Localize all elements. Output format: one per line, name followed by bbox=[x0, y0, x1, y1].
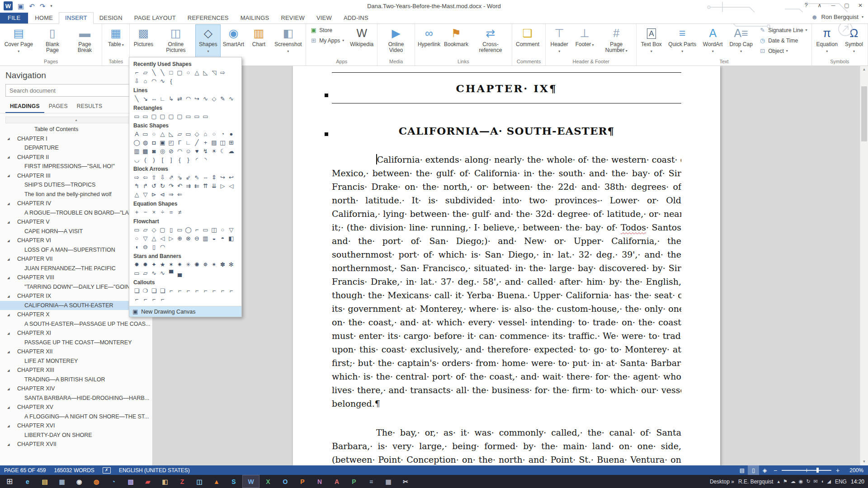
shape-cell[interactable]: ✴ bbox=[210, 260, 218, 269]
print-layout-icon[interactable]: ▯ bbox=[748, 465, 759, 475]
shape-cell[interactable]: ╲ bbox=[158, 68, 167, 77]
document-body[interactable]: California· extends· along· nearly· the·… bbox=[332, 153, 681, 465]
scroll-up-icon[interactable]: ▲ bbox=[860, 66, 868, 73]
show-hidden-icons[interactable]: ▴ bbox=[777, 479, 780, 484]
save-icon[interactable]: ▣ bbox=[18, 3, 24, 9]
store-button[interactable]: ▣Store bbox=[309, 26, 345, 34]
nav-item-santa-barbara-hide-droghing-harb[interactable]: SANTA BARBARA—HIDE-DROGHING—HARB... bbox=[0, 394, 152, 403]
shape-cell[interactable]: ★ bbox=[158, 260, 167, 269]
maximize-button[interactable]: ▢ bbox=[840, 0, 854, 11]
shape-cell[interactable]: ▽ bbox=[141, 190, 150, 199]
shape-cell[interactable]: ☀ bbox=[210, 147, 218, 155]
hyperlink-button[interactable]: ∞Hyperlink bbox=[416, 24, 442, 58]
shape-cell[interactable]: ) bbox=[150, 155, 158, 164]
shape-cell[interactable]: ✸ bbox=[132, 260, 141, 269]
shape-cell[interactable]: ⇉ bbox=[184, 182, 193, 190]
shape-cell[interactable]: Γ bbox=[175, 138, 184, 147]
signature-line-button[interactable]: ✎Signature Line▾ bbox=[758, 26, 808, 34]
shape-cell[interactable]: ◘ bbox=[150, 138, 158, 147]
shape-cell[interactable]: ✷ bbox=[175, 260, 184, 269]
shape-cell[interactable]: ∿ bbox=[150, 269, 158, 277]
shape-cell[interactable]: ⌐ bbox=[210, 286, 218, 295]
shape-cell[interactable]: ◓ bbox=[218, 234, 227, 243]
shape-cell[interactable]: ⌂ bbox=[141, 77, 150, 85]
wikipedia-button[interactable]: WWikipedia bbox=[347, 24, 376, 58]
photos-icon[interactable]: ▧ bbox=[122, 475, 139, 488]
file-explorer-icon[interactable]: ▤ bbox=[36, 475, 53, 488]
shape-cell[interactable]: ◰ bbox=[167, 138, 175, 147]
shape-cell[interactable]: ∿ bbox=[158, 269, 167, 277]
shape-cell[interactable]: ↳ bbox=[167, 94, 175, 103]
shape-cell[interactable]: ▽ bbox=[227, 225, 236, 234]
shape-cell[interactable]: ✻ bbox=[227, 260, 236, 269]
shape-cell[interactable]: ◝ bbox=[201, 155, 210, 164]
shape-cell[interactable]: ◠ bbox=[150, 77, 158, 85]
shape-cell[interactable]: ▭ bbox=[201, 112, 210, 121]
shape-cell[interactable]: ▭ bbox=[132, 112, 141, 121]
shape-cell[interactable]: ▩ bbox=[141, 147, 150, 155]
collapse-triangle-icon[interactable]: ◢ bbox=[7, 424, 9, 428]
shape-cell[interactable]: ○ bbox=[218, 225, 227, 234]
user-toolbar[interactable]: R.E. Bergquist bbox=[738, 479, 773, 485]
cross-reference-button[interactable]: ⇄Cross-reference bbox=[470, 24, 511, 58]
quick-parts-button[interactable]: ≡Quick Parts ▾ bbox=[665, 24, 699, 58]
shape-cell[interactable]: ✽ bbox=[218, 260, 227, 269]
skype-icon[interactable]: S bbox=[225, 475, 242, 488]
shape-cell[interactable]: ⌐ bbox=[150, 295, 158, 304]
page-break-button[interactable]: ▬Page Break bbox=[68, 24, 101, 58]
qat-customize-dropdown[interactable]: ▾ bbox=[50, 4, 52, 8]
shape-cell[interactable]: △ bbox=[158, 130, 167, 138]
smartart-button[interactable]: ◉SmartArt bbox=[221, 24, 246, 58]
shape-cell[interactable]: ⇔ bbox=[201, 173, 210, 182]
shape-cell[interactable]: ⌐ bbox=[227, 286, 236, 295]
shape-cell[interactable]: ▭ bbox=[132, 225, 141, 234]
action-center-icon[interactable]: ⚑ bbox=[783, 479, 788, 484]
shape-cell[interactable]: ○ bbox=[150, 130, 158, 138]
bookmark-button[interactable]: ⚑Bookmark bbox=[442, 24, 470, 58]
vlc-icon[interactable]: ▲ bbox=[208, 475, 225, 488]
putty-icon[interactable]: ◫ bbox=[191, 475, 208, 488]
shape-cell[interactable]: ◜ bbox=[193, 155, 201, 164]
collapse-triangle-icon[interactable]: ◢ bbox=[7, 406, 9, 409]
shape-cell[interactable]: } bbox=[184, 155, 193, 164]
shape-cell[interactable]: ⌐ bbox=[218, 286, 227, 295]
antivirus-icon[interactable]: ◉ bbox=[799, 479, 803, 484]
my-apps-button[interactable]: ⊞My Apps▾ bbox=[309, 36, 345, 45]
language-input-indicator[interactable]: ENG bbox=[835, 479, 847, 485]
shape-cell[interactable]: ▭ bbox=[201, 225, 210, 234]
nav-item-a-flogging-a-night-on-shore-the-st[interactable]: A FLOGGING—A NIGHT ON SHORE—THE ST... bbox=[0, 412, 152, 422]
zotero-icon[interactable]: Z bbox=[174, 475, 191, 488]
collapse-triangle-icon[interactable]: ◢ bbox=[7, 155, 9, 159]
taskbar-clock[interactable]: 14:20 bbox=[851, 479, 864, 485]
collapse-triangle-icon[interactable]: ◢ bbox=[7, 332, 9, 335]
collapse-triangle-icon[interactable]: ◢ bbox=[7, 174, 9, 178]
shape-cell[interactable]: ⌂ bbox=[201, 130, 210, 138]
nav-item-chapter-xi[interactable]: ◢CHAPTER XI bbox=[0, 328, 152, 338]
shape-cell[interactable]: ⌐ bbox=[184, 286, 193, 295]
shape-cell[interactable]: ▤ bbox=[210, 138, 218, 147]
shape-cell[interactable]: ∟ bbox=[184, 138, 193, 147]
date-time-button[interactable]: ◷Date & Time bbox=[758, 36, 808, 45]
page-indicator[interactable]: PAGE 65 OF 459 bbox=[0, 465, 50, 475]
start-button[interactable]: ⊞ bbox=[0, 475, 19, 488]
shape-cell[interactable]: ▯ bbox=[150, 243, 158, 251]
collapse-triangle-icon[interactable]: ◢ bbox=[7, 443, 9, 446]
word-count[interactable]: 165032 WORDS bbox=[50, 465, 99, 475]
shape-cell[interactable]: ⇐ bbox=[175, 190, 184, 199]
nav-item-liberty-day-on-shore[interactable]: LIBERTY-DAY ON SHORE bbox=[0, 431, 152, 440]
shape-cell[interactable]: ▯ bbox=[167, 225, 175, 234]
shape-cell[interactable]: ] bbox=[167, 155, 175, 164]
tab-design[interactable]: DESIGN bbox=[94, 13, 128, 23]
shape-cell[interactable]: ▱ bbox=[141, 225, 150, 234]
shape-cell[interactable]: ◯ bbox=[132, 138, 141, 147]
shape-cell[interactable]: ✵ bbox=[201, 260, 210, 269]
shape-cell[interactable]: ⌐ bbox=[201, 286, 210, 295]
shape-cell[interactable]: ⇨ bbox=[132, 173, 141, 182]
shape-cell[interactable]: ⌐ bbox=[167, 286, 175, 295]
shape-cell[interactable]: ◠ bbox=[175, 147, 184, 155]
shape-cell[interactable]: ↩ bbox=[227, 173, 236, 182]
nav-item-life-at-monterey[interactable]: LIFE AT MONTEREY bbox=[0, 357, 152, 366]
shape-cell[interactable]: [ bbox=[158, 155, 167, 164]
shape-cell[interactable]: + bbox=[201, 138, 210, 147]
volume-icon[interactable]: ◖ bbox=[821, 479, 824, 484]
